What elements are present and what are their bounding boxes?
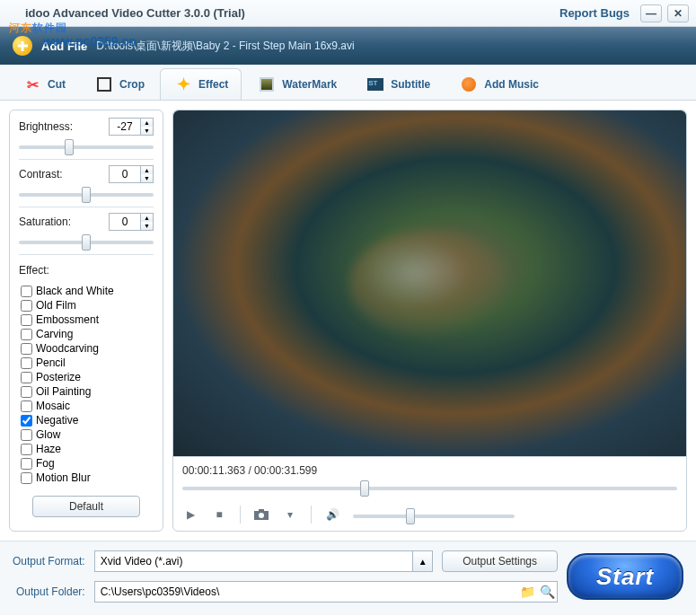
effect-checkbox[interactable] <box>21 300 32 312</box>
output-area: Output Format: ▲ Output Settings Start O… <box>0 541 696 615</box>
watermark-icon <box>257 76 277 92</box>
saturation-spinner[interactable]: ▲▼ <box>109 213 154 231</box>
effect-item-label: Oil Painting <box>36 385 91 398</box>
add-file-icon[interactable] <box>13 36 32 56</box>
effect-item[interactable]: Oil Painting <box>19 384 154 399</box>
brightness-input[interactable] <box>110 119 140 135</box>
tab-watermark-label: WaterMark <box>282 78 337 91</box>
default-button[interactable]: Default <box>32 496 140 517</box>
contrast-slider[interactable] <box>19 193 154 197</box>
effect-item[interactable]: Old Film <box>19 298 154 312</box>
effect-item[interactable]: Glow <box>19 427 154 442</box>
effect-item[interactable]: Fog <box>19 456 154 471</box>
report-bugs-link[interactable]: Report Bugs <box>559 6 630 20</box>
contrast-down[interactable]: ▼ <box>141 174 153 182</box>
tab-cut[interactable]: ✂Cut <box>9 68 79 100</box>
effect-checkbox[interactable] <box>21 286 32 297</box>
effect-item[interactable]: Posterize <box>19 370 154 384</box>
effect-item-label: Embossment <box>36 313 99 326</box>
start-button[interactable]: Start <box>567 553 683 600</box>
effect-item[interactable]: Embossment <box>19 312 154 327</box>
saturation-input[interactable] <box>110 214 140 230</box>
tab-cut-label: Cut <box>48 78 66 91</box>
contrast-group: Contrast: ▲▼ <box>19 165 154 207</box>
output-format-label: Output Format: <box>13 555 85 568</box>
effect-item-label: Posterize <box>36 371 81 383</box>
effect-item[interactable]: Black and White <box>19 284 154 298</box>
contrast-spinner[interactable]: ▲▼ <box>109 165 154 183</box>
brightness-up[interactable]: ▲ <box>141 119 153 127</box>
volume-icon[interactable]: 🔊 <box>324 506 340 523</box>
output-folder-box[interactable]: 📁 🔍 <box>94 581 558 603</box>
brightness-spinner[interactable]: ▲▼ <box>109 118 154 136</box>
output-format-dropdown-icon[interactable]: ▲ <box>412 551 432 571</box>
window-title: idoo Advanced Video Cutter 3.0.0 (Trial) <box>7 6 554 20</box>
effect-item-label: Mosaic <box>36 400 70 412</box>
effect-checkbox[interactable] <box>21 472 32 484</box>
effect-item[interactable]: Carving <box>19 327 154 341</box>
output-format-value[interactable] <box>95 551 413 571</box>
contrast-input[interactable] <box>110 166 140 182</box>
effect-list[interactable]: Black and WhiteOld FilmEmbossmentCarving… <box>19 284 154 485</box>
saturation-label: Saturation: <box>19 216 71 228</box>
close-button[interactable]: ✕ <box>667 4 689 22</box>
minimize-button[interactable]: — <box>640 4 662 22</box>
tab-effect[interactable]: ✦Effect <box>160 68 242 100</box>
svg-rect-1 <box>259 509 264 512</box>
stop-button[interactable]: ■ <box>211 506 227 523</box>
output-format-combo[interactable]: ▲ <box>94 550 434 572</box>
effect-item-label: Woodcarving <box>36 342 99 355</box>
effect-checkbox[interactable] <box>21 386 32 398</box>
effect-checkbox[interactable] <box>21 444 32 455</box>
effect-item-label: Old Film <box>36 299 76 312</box>
saturation-down[interactable]: ▼ <box>141 222 153 230</box>
output-settings-button[interactable]: Output Settings <box>442 550 558 572</box>
tab-subtitle[interactable]: Subtitle <box>352 68 444 100</box>
effect-checkbox[interactable] <box>21 372 32 383</box>
brightness-down[interactable]: ▼ <box>141 127 153 135</box>
add-file-label[interactable]: Add File <box>41 40 87 53</box>
effect-item[interactable]: Woodcarving <box>19 341 154 356</box>
effect-item[interactable]: Negative <box>19 413 154 427</box>
contrast-up[interactable]: ▲ <box>141 166 153 174</box>
effect-checkbox[interactable] <box>21 357 32 369</box>
seek-bar[interactable] <box>182 480 677 497</box>
play-button[interactable]: ▶ <box>182 506 198 523</box>
effect-item-label: Black and White <box>36 285 114 297</box>
volume-slider[interactable] <box>353 515 515 518</box>
effect-checkbox[interactable] <box>21 400 32 412</box>
output-folder-label: Output Folder: <box>13 585 85 598</box>
open-folder-icon[interactable]: 🔍 <box>537 582 557 602</box>
effect-item[interactable]: Haze <box>19 442 154 456</box>
tab-crop-label: Crop <box>119 78 145 91</box>
output-folder-value[interactable] <box>95 582 517 602</box>
browse-folder-icon[interactable]: 📁 <box>517 582 537 602</box>
saturation-up[interactable]: ▲ <box>141 214 153 222</box>
effect-checkbox[interactable] <box>21 415 32 427</box>
title-bar: idoo Advanced Video Cutter 3.0.0 (Trial)… <box>0 0 696 27</box>
effect-checkbox[interactable] <box>21 458 32 470</box>
tab-subtitle-label: Subtitle <box>391 78 430 91</box>
effect-item[interactable]: Pencil <box>19 356 154 370</box>
snapshot-button[interactable] <box>253 506 269 523</box>
effect-item-label: Pencil <box>36 356 66 369</box>
brightness-slider[interactable] <box>19 145 154 149</box>
tab-add-music-label: Add Music <box>484 78 539 91</box>
effect-item[interactable]: Motion Blur <box>19 471 154 485</box>
effect-checkbox[interactable] <box>21 329 32 340</box>
effect-checkbox[interactable] <box>21 314 32 326</box>
crop-icon <box>94 76 114 92</box>
effect-checkbox[interactable] <box>21 429 32 441</box>
svg-point-2 <box>259 513 264 518</box>
tab-crop[interactable]: Crop <box>81 68 158 100</box>
effect-item[interactable]: Mosaic <box>19 399 154 413</box>
effect-checkbox[interactable] <box>21 343 32 355</box>
sparkle-icon: ✦ <box>173 76 193 92</box>
saturation-slider[interactable] <box>19 241 154 244</box>
snapshot-settings-icon[interactable]: ▾ <box>282 506 298 523</box>
tab-add-music[interactable]: Add Music <box>445 68 552 100</box>
time-total: 00:00:31.599 <box>254 464 317 477</box>
time-current: 00:00:11.363 <box>182 464 245 477</box>
effect-item-label: Fog <box>36 457 55 470</box>
tab-watermark[interactable]: WaterMark <box>243 68 350 100</box>
